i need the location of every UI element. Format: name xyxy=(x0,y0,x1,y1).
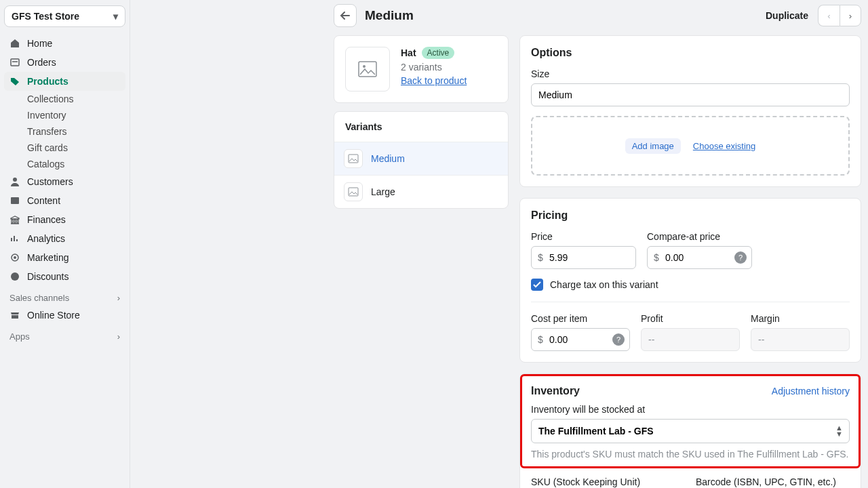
svg-point-5 xyxy=(11,272,19,281)
chart-icon xyxy=(9,233,20,244)
tag-icon xyxy=(9,76,20,87)
nav-sub-transfers[interactable]: Transfers xyxy=(4,123,125,140)
svg-point-1 xyxy=(13,178,17,182)
nav-label: Discounts xyxy=(27,271,68,282)
sku-helper-text: This product's SKU must match the SKU us… xyxy=(531,449,850,460)
check-icon xyxy=(533,281,541,288)
svg-rect-0 xyxy=(11,59,19,66)
sku-label: SKU (Stock Keeping Unit) xyxy=(531,476,685,487)
nav-home[interactable]: Home xyxy=(4,34,125,53)
main: Medium Duplicate ‹ › Hat Active xyxy=(130,0,868,488)
variant-label: Medium xyxy=(371,153,405,164)
size-input[interactable] xyxy=(531,83,850,106)
nav-label: Marketing xyxy=(27,252,68,263)
nav-sub-giftcards[interactable]: Gift cards xyxy=(4,140,125,156)
nav-label: Orders xyxy=(27,57,56,68)
back-button[interactable] xyxy=(334,4,357,27)
charge-tax-label: Charge tax on this variant xyxy=(550,279,658,290)
compare-price-label: Compare-at price xyxy=(647,231,752,242)
image-icon xyxy=(358,61,377,77)
page-title: Medium xyxy=(365,8,414,23)
chevron-left-icon: ‹ xyxy=(827,11,830,21)
inventory-card: Inventory Adjustment history Inventory w… xyxy=(519,373,861,488)
nav-customers[interactable]: Customers xyxy=(4,172,125,191)
nav-label: Online Store xyxy=(27,310,80,321)
price-input[interactable] xyxy=(531,246,636,269)
help-icon[interactable]: ? xyxy=(612,333,625,346)
store-icon xyxy=(9,310,20,321)
margin-value: -- xyxy=(751,328,850,351)
variant-row-large[interactable]: Large xyxy=(334,175,508,208)
options-heading: Options xyxy=(531,47,850,59)
choose-existing-link[interactable]: Choose existing xyxy=(693,141,756,151)
duplicate-button[interactable]: Duplicate xyxy=(763,6,811,25)
chevron-right-icon: › xyxy=(849,11,852,21)
orders-icon xyxy=(9,57,20,68)
barcode-label: Barcode (ISBN, UPC, GTIN, etc.) xyxy=(696,476,850,487)
stocked-at-label: Inventory will be stocked at xyxy=(531,404,850,415)
nav-marketing[interactable]: Marketing xyxy=(4,248,125,267)
topbar: Medium Duplicate ‹ › xyxy=(130,0,868,35)
profit-value: -- xyxy=(641,328,740,351)
nav-label: Finances xyxy=(27,214,66,225)
nav-analytics[interactable]: Analytics xyxy=(4,229,125,248)
svg-point-4 xyxy=(14,256,16,259)
adjustment-history-link[interactable]: Adjustment history xyxy=(772,386,850,396)
svg-rect-8 xyxy=(349,155,358,163)
status-badge: Active xyxy=(422,47,455,59)
bank-icon xyxy=(9,214,20,225)
currency-symbol: $ xyxy=(654,252,659,263)
inventory-heading: Inventory xyxy=(531,385,580,397)
options-card: Options Size Add image Choose existing xyxy=(519,35,861,187)
nav-label: Home xyxy=(27,38,52,49)
chevron-right-icon: › xyxy=(117,293,120,303)
target-icon xyxy=(9,252,20,263)
nav-discounts[interactable]: Discounts xyxy=(4,267,125,286)
currency-symbol: $ xyxy=(538,252,543,263)
store-name: GFS Test Store xyxy=(12,11,79,22)
margin-label: Margin xyxy=(751,313,850,324)
product-thumbnail[interactable] xyxy=(345,47,390,92)
nav-label: Content xyxy=(27,195,60,206)
section-label: Apps xyxy=(9,331,30,342)
variant-count: 2 variants xyxy=(401,62,467,73)
image-icon xyxy=(344,182,363,201)
help-icon[interactable]: ? xyxy=(734,251,747,264)
sales-channels-header[interactable]: Sales channels › xyxy=(4,286,125,306)
chevron-down-icon: ▾ xyxy=(113,11,118,22)
image-icon xyxy=(344,149,363,168)
variants-card: Variants Medium Large xyxy=(334,111,509,209)
apps-header[interactable]: Apps › xyxy=(4,325,125,344)
nav-sub-catalogs[interactable]: Catalogs xyxy=(4,156,125,172)
pager: ‹ › xyxy=(818,5,861,26)
next-button[interactable]: › xyxy=(840,5,861,26)
product-summary-card: Hat Active 2 variants Back to product xyxy=(334,35,509,103)
content-icon xyxy=(9,195,20,206)
nav-sub-inventory[interactable]: Inventory xyxy=(4,107,125,123)
pricing-heading: Pricing xyxy=(531,209,850,222)
variants-heading: Variants xyxy=(334,112,508,142)
currency-symbol: $ xyxy=(538,334,543,345)
back-to-product-link[interactable]: Back to product xyxy=(401,75,467,86)
home-icon xyxy=(9,38,20,49)
sidebar: GFS Test Store ▾ Home Orders Products Co… xyxy=(0,0,130,488)
image-dropzone[interactable]: Add image Choose existing xyxy=(531,116,850,176)
nav-content[interactable]: Content xyxy=(4,191,125,210)
nav-products[interactable]: Products xyxy=(4,72,125,91)
nav-online-store[interactable]: Online Store xyxy=(4,306,125,325)
nav-label: Analytics xyxy=(27,233,65,244)
nav-finances[interactable]: Finances xyxy=(4,210,125,229)
nav-orders[interactable]: Orders xyxy=(4,53,125,72)
person-icon xyxy=(9,176,20,187)
add-image-button[interactable]: Add image xyxy=(625,138,681,154)
nav-sub-collections[interactable]: Collections xyxy=(4,91,125,107)
prev-button[interactable]: ‹ xyxy=(818,5,840,26)
arrow-left-icon xyxy=(339,11,351,20)
nav-label: Products xyxy=(27,76,68,87)
variant-row-medium[interactable]: Medium xyxy=(334,142,508,175)
stocked-at-select[interactable]: The Fulfillment Lab - GFS xyxy=(531,419,850,443)
cost-label: Cost per item xyxy=(531,313,630,324)
section-label: Sales channels xyxy=(9,293,69,303)
charge-tax-checkbox[interactable] xyxy=(531,279,543,291)
store-selector[interactable]: GFS Test Store ▾ xyxy=(4,5,125,27)
